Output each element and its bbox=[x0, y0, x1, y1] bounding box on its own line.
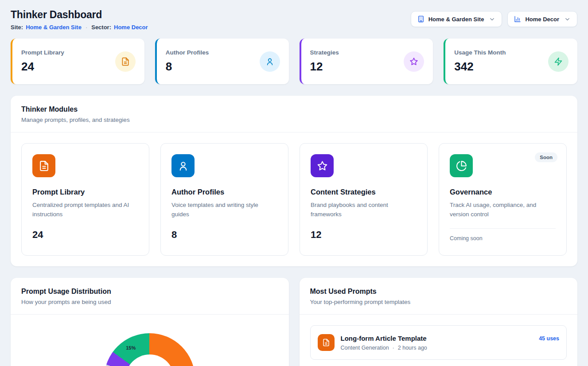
user-icon bbox=[171, 154, 195, 177]
header-left: Thinker Dashboard Site: Home & Garden Si… bbox=[11, 9, 148, 31]
module-description: Track AI usage, compliance, and version … bbox=[450, 201, 556, 219]
separator-dot: · bbox=[393, 345, 394, 351]
sector-selector-label: Home Decor bbox=[525, 16, 559, 23]
stat-info: Strategies 12 bbox=[310, 49, 339, 74]
prompt-list-item[interactable]: Long-form Article Template Content Gener… bbox=[310, 325, 567, 360]
prompt-uses-badge: 45 uses bbox=[539, 335, 559, 342]
module-title: Governance bbox=[450, 188, 556, 196]
usage-donut-chart: 15% bbox=[104, 333, 195, 366]
separator-dot: · bbox=[84, 24, 89, 31]
module-card-governance[interactable]: Soon Governance Track AI usage, complian… bbox=[439, 143, 567, 256]
chevron-down-icon bbox=[489, 16, 495, 23]
bar-chart-icon bbox=[514, 16, 521, 23]
module-description: Voice templates and writing style guides bbox=[171, 201, 277, 219]
stat-label: Author Profiles bbox=[166, 49, 209, 56]
stat-value: 24 bbox=[21, 60, 64, 74]
pie-chart-icon bbox=[450, 154, 473, 177]
donut-hole bbox=[125, 354, 174, 366]
stat-info: Prompt Library 24 bbox=[21, 49, 64, 74]
stat-value: 8 bbox=[166, 60, 209, 74]
usage-chart-area: 15% bbox=[11, 315, 289, 366]
stat-info: Author Profiles 8 bbox=[166, 49, 209, 74]
sector-selector-dropdown[interactable]: Home Decor bbox=[507, 11, 577, 27]
prompts-title: Most Used Prompts bbox=[310, 288, 567, 296]
site-link[interactable]: Home & Garden Site bbox=[26, 24, 82, 31]
soon-badge: Soon bbox=[535, 152, 557, 162]
stat-label: Strategies bbox=[310, 49, 339, 56]
module-card-author-profiles[interactable]: Author Profiles Voice templates and writ… bbox=[160, 143, 288, 256]
bottom-row: Prompt Usage Distribution How your promp… bbox=[11, 278, 577, 366]
module-card-content-strategies[interactable]: Content Strategies Brand playbooks and c… bbox=[300, 143, 428, 256]
header: Thinker Dashboard Site: Home & Garden Si… bbox=[11, 9, 577, 31]
stat-card-prompt-library: Prompt Library 24 bbox=[11, 39, 144, 84]
document-icon bbox=[318, 334, 335, 351]
prompt-category: Content Generation bbox=[341, 345, 389, 351]
modules-subtitle: Manage prompts, profiles, and strategies bbox=[21, 117, 567, 123]
module-count: 8 bbox=[171, 229, 277, 241]
prompt-meta: Content Generation · 2 hours ago bbox=[341, 345, 427, 351]
sector-link[interactable]: Home Decor bbox=[114, 24, 148, 31]
divider bbox=[450, 228, 556, 229]
most-used-prompts-card: Most Used Prompts Your top-performing pr… bbox=[300, 278, 578, 366]
stat-label: Usage This Month bbox=[454, 49, 506, 56]
module-count: 12 bbox=[311, 229, 417, 241]
dashboard-page: Thinker Dashboard Site: Home & Garden Si… bbox=[0, 0, 588, 366]
stat-info: Usage This Month 342 bbox=[454, 49, 506, 74]
prompt-text: Long-form Article Template Content Gener… bbox=[341, 335, 427, 351]
module-description: Centralized prompt templates and AI inst… bbox=[32, 201, 138, 219]
stat-card-strategies: Strategies 12 bbox=[300, 39, 433, 84]
prompts-subtitle: Your top-performing prompt templates bbox=[310, 299, 567, 305]
prompt-usage-card: Prompt Usage Distribution How your promp… bbox=[11, 278, 289, 366]
stats-row: Prompt Library 24 Author Profiles 8 Stra… bbox=[11, 39, 577, 84]
stat-value: 12 bbox=[310, 60, 339, 74]
module-title: Prompt Library bbox=[32, 188, 138, 196]
stat-card-usage: Usage This Month 342 bbox=[444, 39, 577, 84]
chevron-down-icon bbox=[564, 16, 571, 23]
breadcrumb: Site: Home & Garden Site · Sector: Home … bbox=[11, 24, 148, 31]
lightning-icon bbox=[548, 51, 569, 72]
site-label: Site: bbox=[11, 24, 23, 31]
module-card-prompt-library[interactable]: Prompt Library Centralized prompt templa… bbox=[21, 143, 149, 256]
usage-subtitle: How your prompts are being used bbox=[21, 299, 278, 305]
prompt-time: 2 hours ago bbox=[398, 345, 427, 351]
modules-header: Thinker Modules Manage prompts, profiles… bbox=[11, 96, 577, 132]
coming-soon-text: Coming soon bbox=[450, 235, 556, 241]
sector-label: Sector: bbox=[91, 24, 111, 31]
modules-grid: Prompt Library Centralized prompt templa… bbox=[11, 132, 577, 266]
stat-label: Prompt Library bbox=[21, 49, 64, 56]
document-icon bbox=[32, 154, 55, 177]
site-selector-label: Home & Garden Site bbox=[428, 16, 484, 23]
header-actions: Home & Garden Site Home Decor bbox=[411, 9, 577, 27]
prompts-header: Most Used Prompts Your top-performing pr… bbox=[300, 278, 578, 314]
module-title: Author Profiles bbox=[171, 188, 277, 196]
prompt-title: Long-form Article Template bbox=[341, 335, 427, 342]
document-icon bbox=[115, 51, 136, 72]
stat-card-author-profiles: Author Profiles 8 bbox=[155, 39, 289, 84]
sparkle-star-icon bbox=[311, 154, 334, 177]
building-icon bbox=[417, 16, 424, 23]
module-description: Brand playbooks and content frameworks bbox=[311, 201, 417, 219]
module-title: Content Strategies bbox=[311, 188, 417, 196]
page-title: Thinker Dashboard bbox=[11, 9, 148, 20]
stat-value: 342 bbox=[454, 60, 506, 74]
site-selector-dropdown[interactable]: Home & Garden Site bbox=[411, 11, 502, 27]
sparkle-star-icon bbox=[404, 51, 424, 72]
module-count: 24 bbox=[32, 229, 138, 241]
thinker-modules-section: Thinker Modules Manage prompts, profiles… bbox=[11, 96, 577, 266]
user-icon bbox=[260, 51, 280, 72]
donut-slice-label: 15% bbox=[126, 345, 136, 350]
prompt-list: Long-form Article Template Content Gener… bbox=[300, 315, 578, 366]
usage-title: Prompt Usage Distribution bbox=[21, 288, 278, 296]
usage-header: Prompt Usage Distribution How your promp… bbox=[11, 278, 289, 314]
modules-title: Thinker Modules bbox=[21, 105, 567, 113]
